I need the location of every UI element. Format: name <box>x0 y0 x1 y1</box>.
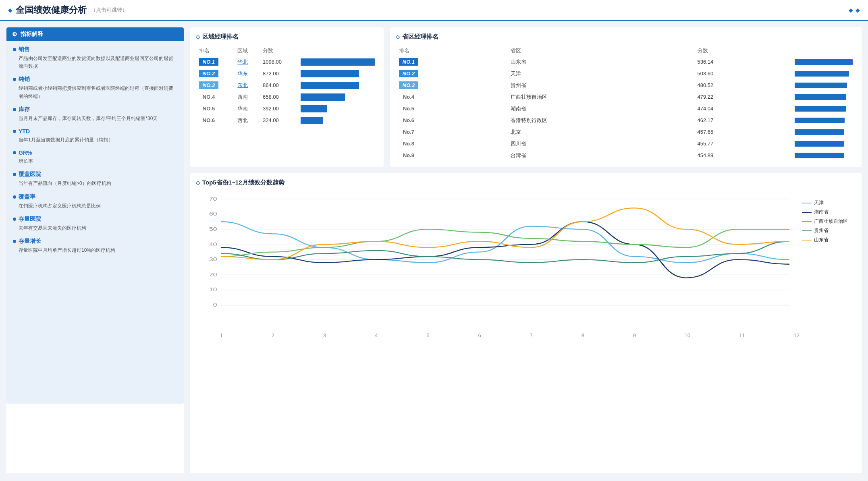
indicator-title-text: GR% <box>19 149 32 156</box>
table-row: No.7北京457.65 <box>396 126 856 138</box>
indicator-title: 覆盖医院 <box>13 171 177 178</box>
bar-cell <box>791 103 856 114</box>
region-link[interactable]: 华东 <box>237 70 248 77</box>
table-row: NO.1华北1098.00 <box>196 56 378 68</box>
indicator-title-text: 存量医院 <box>19 216 41 223</box>
header-diamond-icon: ◆ <box>8 7 12 13</box>
trend-line-tianjin <box>221 222 789 263</box>
bar-cell <box>791 68 856 79</box>
score-bar <box>301 70 359 77</box>
province-score: 462.17 <box>694 114 792 126</box>
header: ◆ 全国绩效健康分析 （点击可跳转） ◆ ◆ <box>0 0 868 21</box>
indicator-dot <box>13 218 16 221</box>
province-col-province: 省区 <box>507 46 694 56</box>
indicator-title: 纯销 <box>13 76 177 83</box>
legend-label: 山东省 <box>814 236 829 243</box>
legend-line-color <box>802 240 812 240</box>
indicator-title-text: YTD <box>19 128 30 135</box>
bar-cell <box>297 79 378 91</box>
main-content: ⚙ 指标解释 销售产品由公司发至配送商业的发货流向数据以及配送商业退回至公司的退… <box>0 21 868 480</box>
indicator-dot <box>13 173 16 176</box>
table-row: No.5湖南省474.04 <box>396 103 856 114</box>
rank-badge: NO.3 <box>399 81 418 89</box>
province-name: 贵州省 <box>507 79 694 91</box>
province-name: 北京 <box>507 126 694 138</box>
region-link[interactable]: 东北 <box>237 82 248 88</box>
province-score: 455.77 <box>694 138 792 149</box>
legend-label: 贵州省 <box>814 227 829 234</box>
score-bar <box>795 106 846 112</box>
bar-cell <box>791 138 856 149</box>
rank-badge: NO.1 <box>399 58 418 66</box>
score-bar <box>795 118 845 123</box>
rank-badge: No.8 <box>399 140 418 147</box>
province-ranking-panel: ◇ 省区经理排名 排名 省区 分数 NO.1山东省536.14NO <box>390 27 862 167</box>
bar-cell <box>791 114 856 126</box>
score-bar <box>301 117 323 124</box>
table-row: No.6香港特别行政区462.17 <box>396 114 856 126</box>
score-bar <box>795 153 844 158</box>
bar-cell <box>297 91 378 103</box>
indicator-desc: 存量医院中月均单产增长超过10%的医疗机构 <box>13 247 177 254</box>
legend-line-color <box>802 230 812 231</box>
indicator-title: 覆盖率 <box>13 193 177 201</box>
indicator-dot <box>13 78 16 81</box>
province-col-bar <box>791 46 856 56</box>
right-content: ◇ 区域经理排名 排名 区域 分数 NO.1华北1098.00NO <box>190 27 862 473</box>
table-row: NO.2天津503.60 <box>396 68 856 79</box>
bar-cell <box>297 68 378 79</box>
indicator-desc: 经销商或者小经销商把货供应到零售或者医院终端的过程（直接面对消费者的终端） <box>13 85 177 100</box>
table-row: NO.5华南392.00 <box>196 103 378 114</box>
header-icon-1: ◆ <box>849 7 853 13</box>
legend-label: 天津 <box>814 199 824 206</box>
left-panel-body: 销售产品由公司发至配送商业的发货流向数据以及配送商业退回至公司的退货流向数据纯销… <box>6 41 184 404</box>
indicator-desc: 在销医疗机构占定义医疗机构总是比例 <box>13 202 177 210</box>
indicator-item: 存量增长存量医院中月均单产增长超过10%的医疗机构 <box>13 238 177 254</box>
indicator-title: 存量医院 <box>13 216 177 223</box>
region-col-rank: 排名 <box>196 46 234 56</box>
table-row: NO.3贵州省480.52 <box>396 79 856 91</box>
region-score: 864.00 <box>260 79 297 91</box>
svg-text:10: 10 <box>209 287 217 292</box>
region-diamond-icon: ◇ <box>196 34 200 40</box>
indicator-item: 库存当月月末产品库存，库存周转天数，库存/平均三个月纯销量*30天 <box>13 106 177 122</box>
chart-container: 010203040506070 天津湖南省广西壮族自治区贵州省山东省 <box>196 191 856 336</box>
indicator-desc: 当月月末产品库存，库存周转天数，库存/平均三个月纯销量*30天 <box>13 115 177 122</box>
trend-diamond-icon: ◇ <box>196 180 200 186</box>
trend-line-guangxi <box>221 229 789 257</box>
bar-cell <box>297 56 378 68</box>
bar-cell <box>297 114 378 126</box>
province-score: 536.14 <box>694 56 792 68</box>
indicator-desc: 产品由公司发至配送商业的发货流向数据以及配送商业退回至公司的退货流向数据 <box>13 55 177 70</box>
legend-item: 贵州省 <box>802 227 848 234</box>
indicator-desc: 当年1月至当前数据月底的累计销量（纯销） <box>13 136 177 144</box>
legend-label: 湖南省 <box>814 209 829 216</box>
indicator-dot <box>13 240 16 243</box>
trend-line-hunan <box>221 222 789 278</box>
chart-legend: 天津湖南省广西壮族自治区贵州省山东省 <box>802 199 848 243</box>
indicator-title-text: 销售 <box>19 46 30 53</box>
table-row: NO.6西北324.00 <box>196 114 378 126</box>
province-diamond-icon: ◇ <box>396 34 400 40</box>
indicator-dot <box>13 108 16 111</box>
bar-cell <box>791 56 856 68</box>
trend-chart-title: ◇ Top5省份1~12月绩效分数趋势 <box>196 179 856 187</box>
bar-cell <box>791 126 856 138</box>
svg-text:50: 50 <box>209 226 217 232</box>
score-bar <box>795 129 844 135</box>
province-score: 457.65 <box>694 126 792 138</box>
indicator-dot <box>13 48 16 51</box>
trend-line-shandong <box>221 208 789 259</box>
bar-cell <box>791 149 856 161</box>
score-bar <box>795 59 853 65</box>
province-name: 山东省 <box>507 56 694 68</box>
page-wrapper: ◆ 全国绩效健康分析 （点击可跳转） ◆ ◆ ⚙ 指标解释 销售产品由公司发至配… <box>0 0 868 481</box>
region-link[interactable]: 华北 <box>237 59 248 65</box>
rank-badge: No.9 <box>399 151 418 159</box>
province-col-rank: 排名 <box>396 46 507 56</box>
indicator-dot <box>13 151 16 154</box>
left-panel: ⚙ 指标解释 销售产品由公司发至配送商业的发货流向数据以及配送商业退回至公司的退… <box>6 27 184 473</box>
rank-badge: NO.1 <box>199 58 218 66</box>
indicator-item: 销售产品由公司发至配送商业的发货流向数据以及配送商业退回至公司的退货流向数据 <box>13 46 177 70</box>
score-bar <box>301 105 327 112</box>
